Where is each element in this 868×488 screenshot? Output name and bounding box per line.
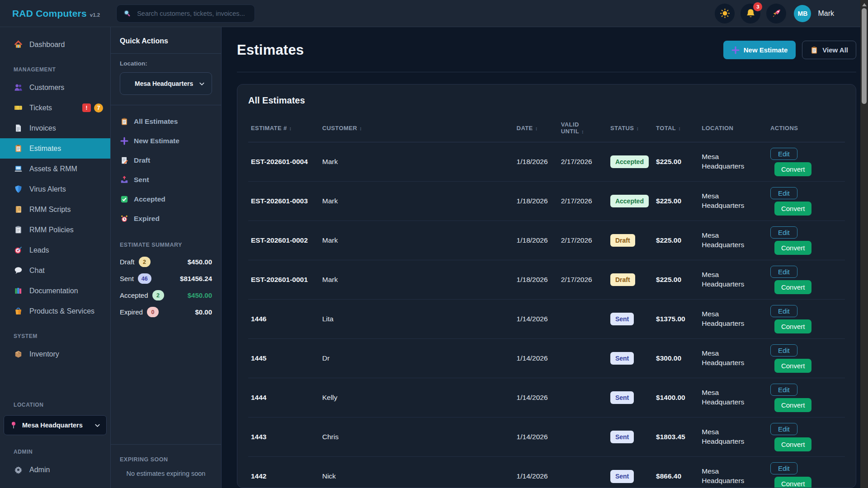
cell-location: Mesa Headquarters (696, 182, 765, 221)
search-input[interactable] (137, 10, 248, 17)
avatar[interactable]: MB (794, 5, 811, 22)
sidebar-item-admin[interactable]: Admin (0, 460, 110, 480)
table-row: EST-202601-0003Mark1/18/20262/17/2026Acc… (248, 182, 845, 221)
quick-item-all-estimates[interactable]: All Estimates (111, 112, 221, 131)
inventory-icon (14, 350, 23, 358)
edit-button[interactable]: Edit (770, 462, 797, 474)
sidebar-item-label: Tickets (29, 104, 52, 112)
edit-button[interactable]: Edit (770, 226, 797, 239)
edit-button[interactable]: Edit (770, 305, 797, 317)
column-label: LOCATION (702, 125, 733, 131)
cell-estimate-number: 1442 (248, 457, 317, 488)
convert-button[interactable]: Convert (774, 398, 812, 412)
quick-item-label: Accepted (134, 195, 165, 203)
location-pin-icon (9, 421, 18, 429)
location-select[interactable]: Mesa Headquarters (4, 415, 107, 435)
global-search[interactable] (116, 5, 255, 23)
tickets-icon (14, 103, 23, 112)
cell-total: $225.00 (651, 260, 696, 300)
quick-item-label: New Estimate (134, 137, 179, 145)
column-label: DATE (517, 125, 533, 131)
row-actions: EditConvert (770, 187, 840, 216)
column-header-valid-until[interactable]: VALID UNTIL↕ (556, 113, 605, 142)
edit-button[interactable]: Edit (770, 187, 797, 199)
convert-button[interactable]: Convert (774, 162, 812, 176)
sidebar-item-invoices[interactable]: Invoices (0, 118, 110, 138)
column-header-status[interactable]: STATUS↕ (605, 113, 651, 142)
sidebar-item-dashboard[interactable]: Dashboard (0, 34, 110, 55)
leads-icon (14, 246, 23, 254)
sidebar-item-virus-alerts[interactable]: Virus Alerts (0, 179, 110, 199)
draft-icon (120, 156, 128, 164)
summary-amount: $450.00 (188, 258, 212, 266)
section-header-management: MANAGEMENT (0, 55, 110, 77)
quick-location-select[interactable]: Mesa Headquarters (120, 72, 212, 95)
quick-item-draft[interactable]: Draft (111, 150, 221, 170)
cell-customer: Chris (317, 418, 511, 457)
scrollbar-up-arrow[interactable] (862, 3, 867, 6)
cell-total: $225.00 (651, 142, 696, 182)
view-all-label: View All (822, 46, 848, 54)
row-actions: EditConvert (770, 305, 840, 333)
sidebar-item-leads[interactable]: Leads (0, 240, 110, 260)
edit-button[interactable]: Edit (770, 344, 797, 357)
quick-item-expired[interactable]: Expired (111, 209, 221, 228)
edit-button[interactable]: Edit (770, 384, 797, 396)
quick-item-new-estimate[interactable]: New Estimate (111, 131, 221, 150)
scrollbar-thumb[interactable] (862, 8, 867, 104)
quick-item-sent[interactable]: Sent (111, 170, 221, 189)
sidebar-item-tickets[interactable]: Tickets!7 (0, 98, 110, 118)
rocket-icon (771, 8, 782, 19)
convert-button[interactable]: Convert (774, 319, 812, 333)
badge-group: !7 (82, 103, 103, 113)
sidebar-item-rmm-policies[interactable]: RMM Policies (0, 220, 110, 240)
sidebar-item-rmm-scripts[interactable]: RMM Scripts (0, 199, 110, 220)
sidebar-item-label: Inventory (29, 350, 59, 358)
card-title: All Estimates (248, 95, 845, 106)
cell-customer: Mark (317, 260, 511, 300)
theme-toggle-button[interactable] (715, 4, 735, 23)
convert-button[interactable]: Convert (774, 477, 812, 488)
convert-button[interactable]: Convert (774, 241, 812, 255)
convert-button[interactable]: Convert (774, 359, 812, 373)
cell-date: 1/14/2026 (511, 300, 556, 339)
row-actions: EditConvert (770, 266, 840, 294)
new-estimate-button[interactable]: New Estimate (723, 41, 796, 59)
view-all-button[interactable]: View All (802, 41, 856, 59)
sidebar-item-customers[interactable]: Customers (0, 77, 110, 98)
status-badge: Draft (610, 273, 635, 286)
page-header: Estimates New Estimate View All (237, 41, 856, 59)
sidebar-item-label: Dashboard (29, 41, 65, 49)
cell-estimate-number: 1444 (248, 378, 317, 418)
column-header-estimate[interactable]: ESTIMATE #↕ (248, 113, 317, 142)
edit-button[interactable]: Edit (770, 423, 797, 435)
sidebar-item-chat[interactable]: Chat (0, 260, 110, 281)
sidebar-item-inventory[interactable]: Inventory (0, 344, 110, 364)
cell-valid-until (556, 418, 605, 457)
table-row: 1446Lita1/14/2026Sent$1375.00Mesa Headqu… (248, 300, 845, 339)
convert-button[interactable]: Convert (774, 280, 812, 294)
edit-button[interactable]: Edit (770, 266, 797, 278)
page-scrollbar[interactable] (860, 0, 868, 488)
shell: DashboardMANAGEMENTCustomersTickets!7Inv… (0, 27, 868, 488)
sort-icon: ↕ (678, 126, 681, 131)
convert-button[interactable]: Convert (774, 202, 812, 216)
cell-location: Mesa Headquarters (696, 221, 765, 260)
launcher-button[interactable] (766, 4, 786, 23)
quick-item-label: Sent (134, 176, 149, 184)
sidebar-item-estimates[interactable]: Estimates (0, 138, 110, 159)
header-divider (237, 72, 856, 72)
main-content: Estimates New Estimate View All All Esti… (222, 27, 868, 488)
sidebar-item-documentation[interactable]: Documentation (0, 281, 110, 301)
sidebar-item-products-services[interactable]: Products & Services (0, 301, 110, 321)
column-header-date[interactable]: DATE↕ (511, 113, 556, 142)
quick-item-accepted[interactable]: Accepted (111, 189, 221, 209)
notifications-button[interactable]: 3 (741, 4, 760, 23)
column-header-customer[interactable]: CUSTOMER↕ (317, 113, 511, 142)
column-header-total[interactable]: TOTAL↕ (651, 113, 696, 142)
brand-version: v1.2 (90, 12, 100, 18)
convert-button[interactable]: Convert (774, 437, 812, 451)
sidebar-item-assets-rmm[interactable]: Assets & RMM (0, 159, 110, 179)
edit-button[interactable]: Edit (770, 148, 797, 160)
cell-customer: Lita (317, 300, 511, 339)
